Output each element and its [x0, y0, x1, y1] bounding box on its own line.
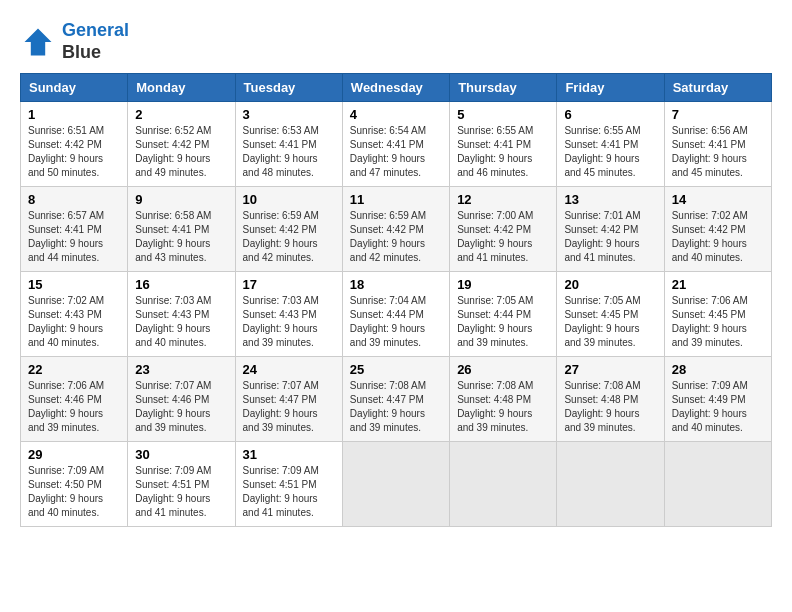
calendar-cell: 23Sunrise: 7:07 AMSunset: 4:46 PMDayligh…: [128, 357, 235, 442]
logo: GeneralBlue: [20, 20, 129, 63]
day-number: 29: [28, 447, 120, 462]
day-number: 5: [457, 107, 549, 122]
calendar-cell: 10Sunrise: 6:59 AMSunset: 4:42 PMDayligh…: [235, 187, 342, 272]
day-info: Sunrise: 7:00 AMSunset: 4:42 PMDaylight:…: [457, 209, 549, 265]
day-number: 12: [457, 192, 549, 207]
calendar-cell: 15Sunrise: 7:02 AMSunset: 4:43 PMDayligh…: [21, 272, 128, 357]
day-number: 4: [350, 107, 442, 122]
day-number: 27: [564, 362, 656, 377]
week-row-5: 29Sunrise: 7:09 AMSunset: 4:50 PMDayligh…: [21, 442, 772, 527]
calendar-cell: 3Sunrise: 6:53 AMSunset: 4:41 PMDaylight…: [235, 102, 342, 187]
day-info: Sunrise: 7:07 AMSunset: 4:46 PMDaylight:…: [135, 379, 227, 435]
day-info: Sunrise: 7:09 AMSunset: 4:49 PMDaylight:…: [672, 379, 764, 435]
day-number: 14: [672, 192, 764, 207]
day-info: Sunrise: 6:55 AMSunset: 4:41 PMDaylight:…: [564, 124, 656, 180]
day-number: 6: [564, 107, 656, 122]
day-number: 10: [243, 192, 335, 207]
day-info: Sunrise: 6:52 AMSunset: 4:42 PMDaylight:…: [135, 124, 227, 180]
weekday-header-tuesday: Tuesday: [235, 74, 342, 102]
weekday-header-thursday: Thursday: [450, 74, 557, 102]
calendar-cell: 12Sunrise: 7:00 AMSunset: 4:42 PMDayligh…: [450, 187, 557, 272]
day-info: Sunrise: 7:01 AMSunset: 4:42 PMDaylight:…: [564, 209, 656, 265]
day-info: Sunrise: 6:59 AMSunset: 4:42 PMDaylight:…: [243, 209, 335, 265]
logo-icon: [20, 24, 56, 60]
calendar-cell: 7Sunrise: 6:56 AMSunset: 4:41 PMDaylight…: [664, 102, 771, 187]
calendar-cell: 19Sunrise: 7:05 AMSunset: 4:44 PMDayligh…: [450, 272, 557, 357]
calendar-cell: 31Sunrise: 7:09 AMSunset: 4:51 PMDayligh…: [235, 442, 342, 527]
day-info: Sunrise: 7:09 AMSunset: 4:51 PMDaylight:…: [243, 464, 335, 520]
calendar-cell: 1Sunrise: 6:51 AMSunset: 4:42 PMDaylight…: [21, 102, 128, 187]
day-number: 25: [350, 362, 442, 377]
calendar-cell: 9Sunrise: 6:58 AMSunset: 4:41 PMDaylight…: [128, 187, 235, 272]
day-number: 11: [350, 192, 442, 207]
calendar-cell: [342, 442, 449, 527]
day-number: 17: [243, 277, 335, 292]
day-info: Sunrise: 7:09 AMSunset: 4:50 PMDaylight:…: [28, 464, 120, 520]
weekday-header-sunday: Sunday: [21, 74, 128, 102]
day-number: 18: [350, 277, 442, 292]
day-info: Sunrise: 6:56 AMSunset: 4:41 PMDaylight:…: [672, 124, 764, 180]
calendar-cell: 22Sunrise: 7:06 AMSunset: 4:46 PMDayligh…: [21, 357, 128, 442]
weekday-header-wednesday: Wednesday: [342, 74, 449, 102]
day-number: 3: [243, 107, 335, 122]
day-number: 2: [135, 107, 227, 122]
day-info: Sunrise: 6:59 AMSunset: 4:42 PMDaylight:…: [350, 209, 442, 265]
day-info: Sunrise: 7:08 AMSunset: 4:48 PMDaylight:…: [457, 379, 549, 435]
calendar-cell: 8Sunrise: 6:57 AMSunset: 4:41 PMDaylight…: [21, 187, 128, 272]
day-number: 15: [28, 277, 120, 292]
day-info: Sunrise: 7:06 AMSunset: 4:45 PMDaylight:…: [672, 294, 764, 350]
calendar-cell: 16Sunrise: 7:03 AMSunset: 4:43 PMDayligh…: [128, 272, 235, 357]
calendar-cell: [664, 442, 771, 527]
day-number: 16: [135, 277, 227, 292]
calendar-cell: 14Sunrise: 7:02 AMSunset: 4:42 PMDayligh…: [664, 187, 771, 272]
calendar-cell: 28Sunrise: 7:09 AMSunset: 4:49 PMDayligh…: [664, 357, 771, 442]
page-header: GeneralBlue: [20, 20, 772, 63]
day-info: Sunrise: 7:09 AMSunset: 4:51 PMDaylight:…: [135, 464, 227, 520]
calendar-cell: [450, 442, 557, 527]
week-row-1: 1Sunrise: 6:51 AMSunset: 4:42 PMDaylight…: [21, 102, 772, 187]
calendar-cell: [557, 442, 664, 527]
calendar-cell: 27Sunrise: 7:08 AMSunset: 4:48 PMDayligh…: [557, 357, 664, 442]
day-info: Sunrise: 7:03 AMSunset: 4:43 PMDaylight:…: [135, 294, 227, 350]
weekday-header-saturday: Saturday: [664, 74, 771, 102]
week-row-2: 8Sunrise: 6:57 AMSunset: 4:41 PMDaylight…: [21, 187, 772, 272]
calendar-cell: 25Sunrise: 7:08 AMSunset: 4:47 PMDayligh…: [342, 357, 449, 442]
day-number: 19: [457, 277, 549, 292]
day-info: Sunrise: 6:53 AMSunset: 4:41 PMDaylight:…: [243, 124, 335, 180]
day-number: 21: [672, 277, 764, 292]
day-info: Sunrise: 6:58 AMSunset: 4:41 PMDaylight:…: [135, 209, 227, 265]
day-number: 20: [564, 277, 656, 292]
calendar-cell: 6Sunrise: 6:55 AMSunset: 4:41 PMDaylight…: [557, 102, 664, 187]
day-number: 31: [243, 447, 335, 462]
weekday-header-friday: Friday: [557, 74, 664, 102]
calendar-table: SundayMondayTuesdayWednesdayThursdayFrid…: [20, 73, 772, 527]
calendar-cell: 20Sunrise: 7:05 AMSunset: 4:45 PMDayligh…: [557, 272, 664, 357]
calendar-cell: 11Sunrise: 6:59 AMSunset: 4:42 PMDayligh…: [342, 187, 449, 272]
calendar-cell: 13Sunrise: 7:01 AMSunset: 4:42 PMDayligh…: [557, 187, 664, 272]
svg-marker-0: [25, 28, 52, 55]
day-info: Sunrise: 7:05 AMSunset: 4:45 PMDaylight:…: [564, 294, 656, 350]
calendar-cell: 17Sunrise: 7:03 AMSunset: 4:43 PMDayligh…: [235, 272, 342, 357]
calendar-cell: 21Sunrise: 7:06 AMSunset: 4:45 PMDayligh…: [664, 272, 771, 357]
day-info: Sunrise: 7:07 AMSunset: 4:47 PMDaylight:…: [243, 379, 335, 435]
calendar-cell: 18Sunrise: 7:04 AMSunset: 4:44 PMDayligh…: [342, 272, 449, 357]
calendar-cell: 2Sunrise: 6:52 AMSunset: 4:42 PMDaylight…: [128, 102, 235, 187]
day-number: 23: [135, 362, 227, 377]
weekday-header-monday: Monday: [128, 74, 235, 102]
day-info: Sunrise: 6:55 AMSunset: 4:41 PMDaylight:…: [457, 124, 549, 180]
day-info: Sunrise: 7:06 AMSunset: 4:46 PMDaylight:…: [28, 379, 120, 435]
day-number: 28: [672, 362, 764, 377]
calendar-cell: 26Sunrise: 7:08 AMSunset: 4:48 PMDayligh…: [450, 357, 557, 442]
calendar-cell: 30Sunrise: 7:09 AMSunset: 4:51 PMDayligh…: [128, 442, 235, 527]
day-number: 24: [243, 362, 335, 377]
day-info: Sunrise: 7:08 AMSunset: 4:47 PMDaylight:…: [350, 379, 442, 435]
day-info: Sunrise: 6:54 AMSunset: 4:41 PMDaylight:…: [350, 124, 442, 180]
calendar-cell: 29Sunrise: 7:09 AMSunset: 4:50 PMDayligh…: [21, 442, 128, 527]
day-number: 8: [28, 192, 120, 207]
day-number: 13: [564, 192, 656, 207]
day-number: 26: [457, 362, 549, 377]
day-info: Sunrise: 7:05 AMSunset: 4:44 PMDaylight:…: [457, 294, 549, 350]
logo-text: GeneralBlue: [62, 20, 129, 63]
day-number: 7: [672, 107, 764, 122]
day-number: 1: [28, 107, 120, 122]
